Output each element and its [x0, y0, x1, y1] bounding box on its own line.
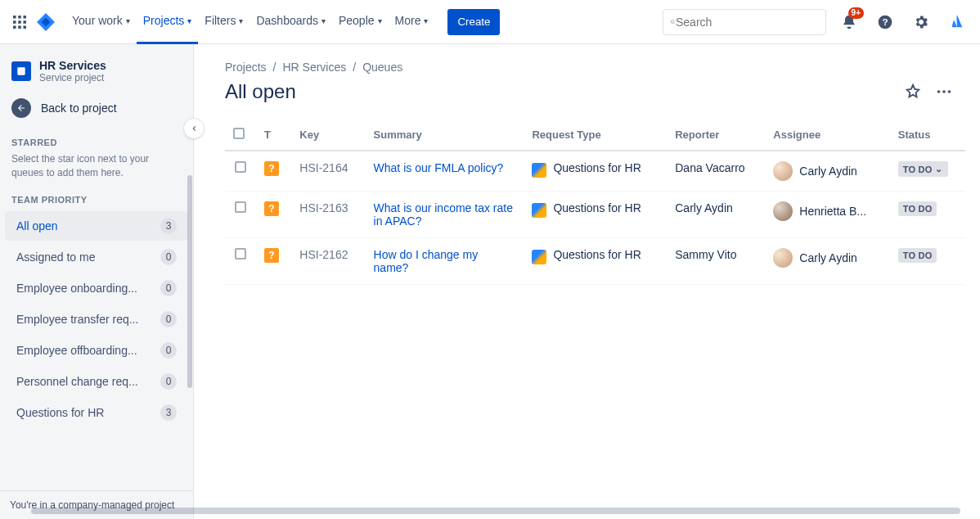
queue-item-count: 0 — [160, 311, 177, 327]
nav-item-dashboards[interactable]: Dashboards▾ — [249, 0, 332, 44]
breadcrumb-item[interactable]: HR Services — [282, 61, 346, 74]
svg-rect-8 — [23, 25, 26, 29]
row-checkbox[interactable] — [235, 201, 246, 213]
status-pill[interactable]: TO DO — [898, 201, 937, 216]
search-input[interactable] — [676, 16, 819, 29]
main-content: Projects/HR Services/Queues All open TKe… — [194, 44, 980, 519]
svg-rect-2 — [23, 16, 26, 19]
issue-key[interactable]: HSI-2163 — [299, 201, 348, 214]
svg-rect-0 — [13, 16, 16, 19]
status-label: TO DO — [903, 165, 933, 174]
column-header[interactable]: Status — [890, 123, 965, 151]
queue-item-label: Employee transfer req... — [16, 313, 154, 326]
chevron-down-icon: ▾ — [126, 16, 130, 25]
queue-item-count: 0 — [160, 280, 177, 296]
app-switcher-icon[interactable] — [10, 12, 29, 32]
create-button[interactable]: Create — [447, 9, 500, 35]
queue-item-count: 3 — [160, 218, 177, 234]
nav-item-label: More — [395, 14, 421, 27]
team-priority-section-label: Team priority — [0, 187, 193, 210]
nav-item-label: Dashboards — [256, 14, 318, 27]
horizontal-scrollbar[interactable] — [194, 508, 960, 514]
project-avatar-icon — [11, 61, 31, 81]
issue-type-icon: ? — [264, 248, 279, 263]
queue-item-label: All open — [16, 219, 154, 232]
back-label: Back to project — [41, 102, 117, 115]
search-input-wrapper[interactable] — [663, 9, 826, 35]
issue-summary-link[interactable]: What is our FMLA policy? — [374, 161, 504, 174]
settings-icon[interactable] — [908, 9, 934, 35]
queue-item[interactable]: Questions for HR3 — [5, 398, 188, 427]
table-row[interactable]: ?HSI-2164What is our FMLA policy?Questio… — [225, 151, 965, 192]
sidebar-footer: You're in a company-managed project — [0, 490, 193, 519]
notification-badge: 9+ — [848, 7, 864, 19]
assignee-name: Carly Aydin — [799, 251, 857, 264]
status-pill[interactable]: TO DO — [898, 248, 937, 263]
svg-rect-13 — [17, 67, 25, 74]
svg-rect-7 — [18, 25, 21, 29]
nav-item-projects[interactable]: Projects▾ — [137, 0, 199, 44]
assignee-avatar — [773, 161, 793, 181]
queue-item-count: 0 — [160, 373, 177, 390]
queue-item[interactable]: Personnel change req...0 — [5, 367, 188, 396]
column-header[interactable]: T — [256, 123, 291, 151]
svg-point-15 — [942, 90, 946, 93]
chevron-down-icon: ⌄ — [935, 164, 942, 174]
sidebar-collapse-button[interactable] — [183, 118, 205, 139]
top-nav: Your work▾Projects▾Filters▾Dashboards▾Pe… — [0, 0, 980, 44]
column-header[interactable]: Reporter — [667, 123, 765, 151]
notifications-icon[interactable]: 9+ — [836, 9, 862, 35]
request-type-label: Questions for HR — [553, 201, 641, 214]
svg-text:?: ? — [882, 16, 888, 27]
svg-point-16 — [948, 90, 951, 93]
more-actions-button[interactable] — [931, 79, 957, 105]
row-checkbox[interactable] — [235, 248, 246, 260]
svg-line-10 — [673, 22, 674, 23]
column-header[interactable]: Key — [291, 123, 365, 151]
select-all-checkbox[interactable] — [233, 128, 245, 139]
nav-item-people[interactable]: People▾ — [332, 0, 389, 44]
queue-item[interactable]: Employee transfer req...0 — [5, 305, 188, 334]
issue-key[interactable]: HSI-2162 — [299, 248, 348, 261]
issue-summary-link[interactable]: How do I change my name? — [374, 248, 479, 274]
issue-summary-link[interactable]: What is our income tax rate in APAC? — [374, 201, 513, 228]
nav-item-your-work[interactable]: Your work▾ — [65, 0, 137, 44]
project-header: HR Services Service project — [0, 44, 193, 90]
breadcrumb-item[interactable]: Projects — [225, 61, 267, 74]
breadcrumb-item[interactable]: Queues — [362, 61, 402, 74]
page-title: All open — [225, 80, 296, 103]
sidebar-scrollbar[interactable] — [187, 175, 192, 388]
back-to-project-button[interactable]: Back to project — [0, 90, 193, 129]
assignee-avatar — [773, 201, 793, 221]
queue-item[interactable]: Employee offboarding...0 — [5, 336, 188, 365]
star-page-button[interactable] — [900, 79, 926, 105]
nav-item-label: People — [339, 14, 375, 27]
row-checkbox[interactable] — [235, 161, 246, 173]
queue-item[interactable]: Employee onboarding...0 — [5, 273, 188, 303]
reporter-name: Sammy Vito — [667, 238, 765, 285]
help-icon[interactable]: ? — [872, 9, 898, 35]
nav-item-filters[interactable]: Filters▾ — [198, 0, 249, 44]
column-header[interactable]: Request Type — [524, 123, 667, 151]
jira-logo-icon[interactable] — [36, 12, 56, 32]
nav-item-label: Projects — [143, 14, 185, 27]
table-row[interactable]: ?HSI-2163What is our income tax rate in … — [225, 192, 965, 238]
table-row[interactable]: ?HSI-2162How do I change my name?Questio… — [225, 238, 965, 285]
issue-type-icon: ? — [264, 161, 279, 176]
status-label: TO DO — [903, 204, 933, 214]
column-header[interactable]: Assignee — [765, 123, 889, 151]
queue-item-label: Questions for HR — [16, 406, 154, 419]
chevron-down-icon: ▾ — [424, 16, 428, 25]
issue-key[interactable]: HSI-2164 — [299, 161, 348, 174]
svg-rect-1 — [18, 16, 21, 19]
queue-item[interactable]: Assigned to me0 — [5, 242, 188, 272]
nav-item-more[interactable]: More▾ — [389, 0, 435, 44]
column-header[interactable]: Summary — [366, 123, 524, 151]
top-nav-right: 9+ ? — [663, 9, 970, 35]
atlassian-icon[interactable] — [944, 9, 970, 35]
column-header[interactable] — [225, 123, 256, 151]
nav-items: Your work▾Projects▾Filters▾Dashboards▾Pe… — [65, 0, 434, 44]
request-type-icon — [532, 250, 546, 264]
status-pill[interactable]: TO DO⌄ — [898, 161, 948, 177]
queue-item[interactable]: All open3 — [5, 211, 188, 241]
